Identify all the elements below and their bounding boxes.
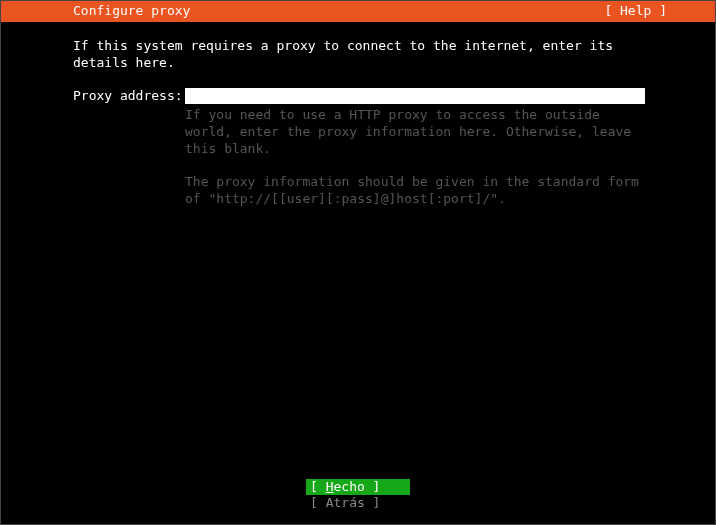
proxy-field-column: If you need to use a HTTP proxy to acces…	[185, 88, 645, 224]
proxy-row: Proxy address: If you need to use a HTTP…	[73, 88, 715, 224]
main-content: If this system requires a proxy to conne…	[1, 22, 715, 224]
done-button[interactable]: [ Hecho ]	[306, 479, 410, 495]
help-button[interactable]: [ Help ]	[604, 3, 715, 20]
proxy-label: Proxy address:	[73, 88, 185, 105]
button-bar: [ Hecho ] [ Atrás ]	[0, 479, 716, 511]
intro-text: If this system requires a proxy to conne…	[73, 38, 653, 72]
page-title: Configure proxy	[1, 3, 190, 20]
help-line-1: If you need to use a HTTP proxy to acces…	[185, 107, 645, 158]
help-line-2: The proxy information should be given in…	[185, 174, 645, 208]
proxy-address-input[interactable]	[185, 88, 645, 104]
header-bar: Configure proxy [ Help ]	[1, 1, 715, 22]
proxy-help-text: If you need to use a HTTP proxy to acces…	[185, 107, 645, 207]
back-button[interactable]: [ Atrás ]	[306, 495, 410, 511]
